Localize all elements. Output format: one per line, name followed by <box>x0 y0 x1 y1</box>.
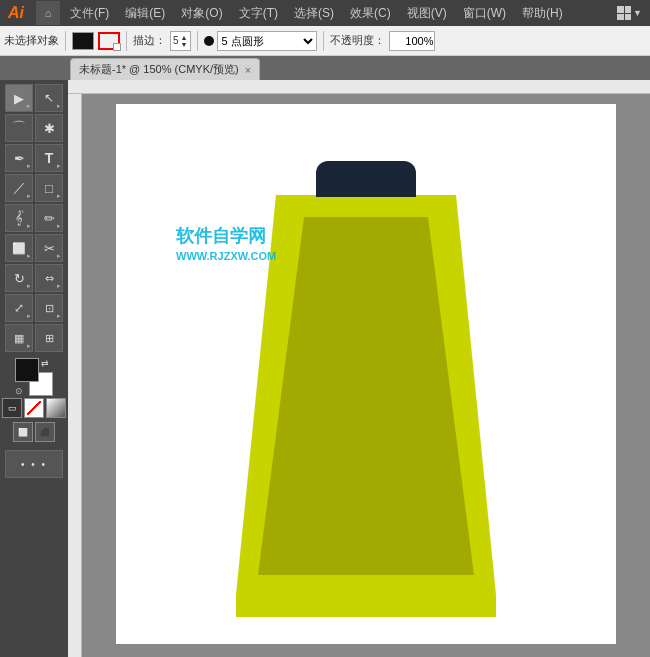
stroke-up-arrow[interactable]: ▲ <box>181 34 188 41</box>
more-tools: • • • <box>5 450 63 478</box>
menu-window[interactable]: 窗口(W) <box>455 3 514 24</box>
menu-help[interactable]: 帮助(H) <box>514 3 571 24</box>
direct-select-icon: ↖ <box>44 91 54 105</box>
type-tool[interactable]: T ▸ <box>35 144 63 172</box>
corner-arrow-3: ▸ <box>27 162 31 170</box>
select-tool[interactable]: ▶ ▸ <box>5 84 33 112</box>
warp-tool[interactable]: ⊡ ▸ <box>35 294 63 322</box>
tool-row-select: ▶ ▸ ↖ ▸ <box>5 84 63 112</box>
corner-arrow-9: ▸ <box>27 252 31 260</box>
stroke-none-row: ▭ <box>2 398 66 418</box>
menu-select[interactable]: 选择(S) <box>286 3 342 24</box>
direct-select-tool[interactable]: ↖ ▸ <box>35 84 63 112</box>
stroke-width-control[interactable]: 5 ▲ ▼ <box>170 31 191 51</box>
paintbrush-tool[interactable]: 𝄟 ▸ <box>5 204 33 232</box>
menu-edit[interactable]: 编辑(E) <box>117 3 173 24</box>
ruler-top <box>68 80 650 94</box>
workspace-switcher[interactable]: ▼ <box>613 6 646 20</box>
app-logo: Ai <box>4 4 28 22</box>
scale-icon: ⤢ <box>14 301 24 315</box>
menu-type[interactable]: 文字(T) <box>231 3 286 24</box>
stroke-down-arrow[interactable]: ▼ <box>181 41 188 48</box>
corner-arrow-12: ▸ <box>57 282 61 290</box>
rotate-tool[interactable]: ↻ ▸ <box>5 264 33 292</box>
svg-rect-2 <box>68 94 82 657</box>
grid-icon <box>617 6 631 20</box>
ruler-left <box>68 94 82 657</box>
svg-rect-0 <box>68 80 650 94</box>
corner-arrow-6: ▸ <box>57 192 61 200</box>
fullscreen-mode-btn[interactable]: ⬛ <box>35 422 55 442</box>
gradient-btn[interactable] <box>46 398 66 418</box>
corner-arrow-14: ▸ <box>57 312 61 320</box>
canvas: 软件自学网 WWW.RJZXW.COM <box>116 104 616 644</box>
menu-items: 文件(F) 编辑(E) 对象(O) 文字(T) 选择(S) 效果(C) 视图(V… <box>62 3 571 24</box>
main-layout: ▶ ▸ ↖ ▸ ⌒ ✱ ✒ ▸ T ▸ <box>0 80 650 657</box>
fill-color-box[interactable] <box>72 32 94 50</box>
pen-tool[interactable]: ✒ ▸ <box>5 144 33 172</box>
scissors-tool[interactable]: ✂ ▸ <box>35 234 63 262</box>
line-tool[interactable]: ／ ▸ <box>5 174 33 202</box>
select-icon: ▶ <box>14 91 24 106</box>
reflect-tool[interactable]: ⇔ ▸ <box>35 264 63 292</box>
reset-colors-icon[interactable]: ⊙ <box>15 386 25 396</box>
opacity-input[interactable] <box>389 31 435 51</box>
corner-arrow-10: ▸ <box>57 252 61 260</box>
shape-select[interactable]: 5 点圆形 <box>217 31 317 51</box>
corner-arrow-15: ▸ <box>27 342 31 350</box>
rectangle-icon: □ <box>45 181 53 196</box>
stroke-btn[interactable]: ▭ <box>2 398 22 418</box>
foreground-color-box[interactable] <box>15 358 39 382</box>
left-toolbar: ▶ ▸ ↖ ▸ ⌒ ✱ ✒ ▸ T ▸ <box>0 80 68 657</box>
menu-object[interactable]: 对象(O) <box>173 3 230 24</box>
document-tab[interactable]: 未标题-1* @ 150% (CMYK/预览) × <box>70 58 260 80</box>
scale-tool[interactable]: ⤢ ▸ <box>5 294 33 322</box>
color-section: ⇄ ⊙ ▭ <box>2 358 66 418</box>
pencil-tool[interactable]: ✏ ▸ <box>35 204 63 232</box>
warp-icon: ⊡ <box>45 302 54 315</box>
menu-bar: Ai ⌂ 文件(F) 编辑(E) 对象(O) 文字(T) 选择(S) 效果(C)… <box>0 0 650 26</box>
menu-effect[interactable]: 效果(C) <box>342 3 399 24</box>
menu-view[interactable]: 视图(V) <box>399 3 455 24</box>
tool-row-brush: 𝄟 ▸ ✏ ▸ <box>5 204 63 232</box>
top-cap <box>316 161 416 197</box>
reflect-icon: ⇔ <box>45 272 54 285</box>
pen-icon: ✒ <box>14 151 25 166</box>
magic-wand-tool[interactable]: ✱ <box>35 114 63 142</box>
eraser-icon: ⬜ <box>12 242 26 255</box>
tool-row-line: ／ ▸ □ ▸ <box>5 174 63 202</box>
more-icon: • • • <box>21 459 47 470</box>
graph-icon: ▦ <box>14 332 24 345</box>
tool-row-eraser: ⬜ ▸ ✂ ▸ <box>5 234 63 262</box>
stroke-color-box[interactable] <box>98 32 120 50</box>
normal-mode-btn[interactable]: ⬜ <box>13 422 33 442</box>
corner-arrow-11: ▸ <box>27 282 31 290</box>
body-svg <box>236 195 496 597</box>
tab-title: 未标题-1* @ 150% (CMYK/预览) <box>79 62 239 77</box>
rectangle-tool[interactable]: □ ▸ <box>35 174 63 202</box>
divider-2 <box>126 31 127 51</box>
divider-4 <box>323 31 324 51</box>
tab-bar: 未标题-1* @ 150% (CMYK/预览) × <box>0 56 650 80</box>
corner-arrow-8: ▸ <box>57 222 61 230</box>
toolbar: 未选择对象 描边： 5 ▲ ▼ 5 点圆形 不透明度： <box>0 26 650 56</box>
eraser-tool[interactable]: ⬜ ▸ <box>5 234 33 262</box>
no-fill-btn[interactable] <box>24 398 44 418</box>
swap-colors-icon[interactable]: ⇄ <box>41 358 53 370</box>
mode-buttons: ⬜ ⬛ <box>13 422 55 442</box>
more-tools-btn[interactable]: • • • <box>5 450 63 478</box>
object-status-label: 未选择对象 <box>4 33 59 48</box>
line-icon: ／ <box>13 179 26 197</box>
shape-dot <box>204 36 214 46</box>
artboard-tool[interactable]: ⊞ <box>35 324 63 352</box>
menu-file[interactable]: 文件(F) <box>62 3 117 24</box>
lasso-tool[interactable]: ⌒ <box>5 114 33 142</box>
wand-icon: ✱ <box>44 121 55 136</box>
chevron-down-icon: ▼ <box>633 8 642 18</box>
graph-tool[interactable]: ▦ ▸ <box>5 324 33 352</box>
divider-3 <box>197 31 198 51</box>
tool-row-graph: ▦ ▸ ⊞ <box>5 324 63 352</box>
home-icon[interactable]: ⌂ <box>36 1 60 25</box>
stroke-width-value: 5 <box>173 35 179 46</box>
tab-close-button[interactable]: × <box>245 64 251 76</box>
